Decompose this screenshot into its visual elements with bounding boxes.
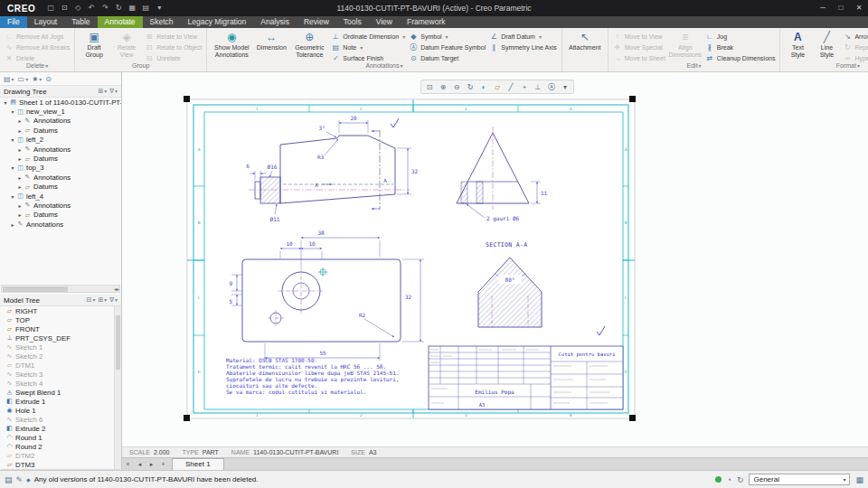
qat-more-icon[interactable]: ▾ xyxy=(153,2,165,14)
close-window-icon[interactable]: ▤ xyxy=(139,2,152,14)
model-tree-item-hole1[interactable]: ◉Hole 1 xyxy=(0,406,121,415)
model-tree-item-right[interactable]: ▱RIGHT xyxy=(0,306,121,315)
expand-icon[interactable]: ▾ xyxy=(9,108,16,115)
group-footer-delete[interactable]: Delete xyxy=(0,61,74,71)
grid-view-icon[interactable]: ▦ xyxy=(855,475,863,484)
model-tree-item-dtm1[interactable]: ▱DTM1 xyxy=(0,361,121,370)
favorites-icon[interactable]: ★ xyxy=(32,75,42,83)
model-tree-show-icon[interactable]: ⊟ xyxy=(87,296,96,304)
folder-browser-icon[interactable]: ▭ xyxy=(18,75,29,83)
draft-datum-button[interactable]: ∠ Draft Datum xyxy=(487,32,558,42)
zoom-in-icon[interactable]: ⊕ xyxy=(437,81,449,93)
model-tree-item-sketch2[interactable]: ∿Sketch 2 xyxy=(0,352,121,361)
expand-icon[interactable]: ▾ xyxy=(2,99,9,106)
dim-10a[interactable]: 10 xyxy=(286,240,293,247)
dim-r2[interactable]: R2 xyxy=(359,312,366,318)
expand-icon[interactable]: ▸ xyxy=(16,211,24,218)
expand-icon[interactable]: ▾ xyxy=(9,164,16,171)
move-special-button[interactable]: ✛ Move Special xyxy=(611,42,667,52)
dim-55[interactable]: 55 xyxy=(319,350,326,356)
previous-sheet-icon[interactable]: ◂ xyxy=(134,458,146,470)
sync-status-icon[interactable]: ↻ xyxy=(737,475,744,484)
undo-icon[interactable]: ↶ xyxy=(85,2,98,14)
tab-analysis[interactable]: Analysis xyxy=(253,16,297,28)
relate-to-view-button[interactable]: ⊞ Relate to View xyxy=(143,32,203,42)
hscroll-arrows-icon[interactable]: ◂▸ xyxy=(114,286,119,293)
group-footer-annotations[interactable]: Annotations xyxy=(207,61,561,71)
tree-item-annotations[interactable]: ▸✎Annotations xyxy=(0,173,121,182)
model-tree-item-sketch6[interactable]: ∿Sketch 6 xyxy=(0,415,121,424)
note-line[interactable]: Se va marca: codul cutitului si material… xyxy=(226,389,366,395)
drawing-tree-hscrollbar[interactable]: ◂▸ xyxy=(1,285,120,293)
sheet-tab-1[interactable]: Sheet 1 xyxy=(172,458,224,470)
redo-icon[interactable]: ↷ xyxy=(99,2,111,14)
point-display-icon[interactable]: + xyxy=(518,81,531,93)
model-tree-item-round2[interactable]: ◠Round 2 xyxy=(0,442,121,451)
tree-item-sheet[interactable]: ▾▤Sheet 1 of 1140-0130-CUTIT-PT-BAVURI.D… xyxy=(0,98,121,107)
line-style-button[interactable]: ╱ Line Style xyxy=(812,30,841,59)
model-tree-item-csys[interactable]: ⊥PRT_CSYS_DEF xyxy=(0,333,121,343)
csys-display-icon[interactable]: ⊥ xyxy=(532,81,544,93)
model-tree-item-extrude1[interactable]: ◧Extrude 1 xyxy=(0,397,121,406)
dim-11[interactable]: 11 xyxy=(541,190,548,196)
minimize-button[interactable]: ─ xyxy=(814,0,832,16)
model-tree-item-sketch1[interactable]: ∿Sketch 1 xyxy=(0,343,121,352)
tab-layout[interactable]: Layout xyxy=(27,16,65,28)
model-tree-item-dtm3[interactable]: ▱DTM3 xyxy=(0,460,121,469)
expand-icon[interactable]: ▸ xyxy=(16,146,24,153)
remove-all-jogs-button[interactable]: ∟ Remove All Jogs xyxy=(3,32,71,42)
toolbar-more-icon[interactable]: ▾ xyxy=(559,81,571,93)
text-style-button[interactable]: A Text Style xyxy=(783,30,812,59)
model-tree-item-dtm2[interactable]: ▱DTM2 xyxy=(0,451,121,460)
model-tree-item-extrude2[interactable]: ◧Extrude 2 xyxy=(0,424,121,433)
dim-dia11[interactable]: Ø11 xyxy=(270,216,280,222)
show-model-annotations-button[interactable]: ◉ Show Model Annotations xyxy=(210,30,253,59)
datum-feature-symbol-button[interactable]: Ⓐ Datum Feature Symbol xyxy=(407,42,487,52)
tab-table[interactable]: Table xyxy=(64,16,97,28)
expand-icon[interactable]: ▸ xyxy=(9,221,16,228)
save-icon[interactable]: ◇ xyxy=(71,2,84,14)
maximize-button[interactable]: □ xyxy=(832,0,850,16)
tab-legacy-migration[interactable]: Legacy Migration xyxy=(181,16,254,28)
jog-button[interactable]: ∟ Jog xyxy=(703,32,778,42)
dim-r3[interactable]: R3 xyxy=(317,154,325,160)
annotation-note-icon[interactable]: ✎ xyxy=(16,475,24,484)
dim-10b[interactable]: 10 xyxy=(308,240,316,247)
relate-view-button[interactable]: ◈ Relate View xyxy=(110,30,143,59)
axis-display-icon[interactable]: ╱ xyxy=(505,81,517,93)
expand-icon[interactable]: ▸ xyxy=(16,117,24,124)
note-button[interactable]: ▤ Note xyxy=(329,42,407,52)
note-line[interactable]: Material: OSCB STAS 1700-50. xyxy=(226,357,317,363)
windows-icon[interactable]: ▦ xyxy=(126,2,138,14)
tab-file[interactable]: File xyxy=(0,16,27,28)
navigator-menu-icon[interactable]: ▤ xyxy=(4,75,14,83)
tab-sketch[interactable]: Sketch xyxy=(143,16,181,28)
model-tree-item-swept-blend[interactable]: ◬Swept Blend 1 xyxy=(0,388,121,397)
next-sheet-icon[interactable]: ▸ xyxy=(146,458,157,470)
repeat-last-format-button[interactable]: ↻ Repeat Last Format xyxy=(841,42,868,52)
model-tree-filter-icon[interactable]: ∇ xyxy=(109,296,118,304)
note-line[interactable]: ciocaituri sau alte defecte. xyxy=(226,382,317,389)
dim-dia16[interactable]: Ø16 xyxy=(268,164,278,170)
break-button[interactable]: ∦ Break xyxy=(703,42,778,52)
expand-icon[interactable]: ▸ xyxy=(16,155,24,162)
note-line[interactable]: Tratament termic: calit revenit la HRC 5… xyxy=(226,363,386,370)
dim-32[interactable]: 32 xyxy=(411,168,419,174)
group-footer-edit[interactable]: Edit xyxy=(609,61,780,71)
display-style-icon[interactable]: ◐ xyxy=(477,81,490,93)
tab-tools[interactable]: Tools xyxy=(336,16,369,28)
move-to-view-button[interactable]: ↑ Move to View xyxy=(611,32,667,42)
drawing-sheet-svg[interactable]: A B C D A B C D 1 2 3 4 1 2 3 4 xyxy=(122,72,868,446)
group-footer-group[interactable]: Group xyxy=(75,61,206,71)
dim-9[interactable]: 9 xyxy=(229,280,232,286)
tree-item-datums[interactable]: ▸▱Datums xyxy=(0,126,121,135)
drawing-canvas[interactable]: ⊡ ⊕ ⊖ ↻ ◐ ▱ ╱ + ⊥ Ⓐ ▾ xyxy=(122,72,868,446)
new-sheet-icon[interactable]: + xyxy=(157,458,169,470)
align-dimensions-button[interactable]: ≡ Align Dimensions xyxy=(667,30,703,59)
message-log-icon[interactable]: ▤ xyxy=(5,475,13,484)
section-label-a[interactable]: A xyxy=(383,177,387,183)
tree-item-annotations[interactable]: ▸✎Annotations xyxy=(0,201,121,210)
expand-icon[interactable]: ▾ xyxy=(9,136,16,143)
ordinate-dimension-button[interactable]: ⊥ Ordinate Dimension xyxy=(329,32,407,42)
tree-item-datums[interactable]: ▸▱Datums xyxy=(0,211,121,220)
